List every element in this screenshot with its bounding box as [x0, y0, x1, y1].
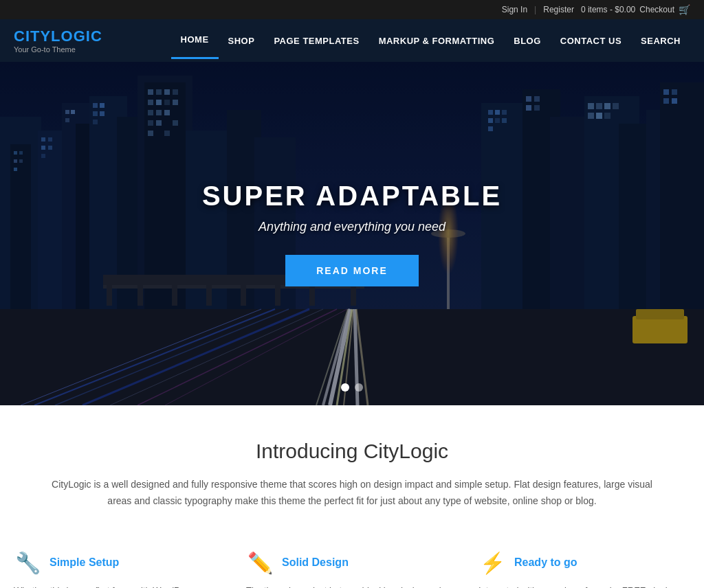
hero-section: SUPER ADAPTABLE Anything and everything … [0, 62, 704, 405]
logo-subtitle: Your Go-to Theme [14, 45, 102, 54]
header: CITYLOGIC Your Go-to Theme HOME SHOP PAG… [0, 19, 704, 62]
top-bar: Sign In | Register 0 items - $0.00 Check… [0, 0, 704, 19]
feature-header-1: 🔧 Simple Setup [14, 551, 226, 575]
nav-contact[interactable]: CONTACT US [551, 23, 631, 58]
divider: | [534, 5, 536, 14]
feature-title-1: Simple Setup [50, 556, 119, 569]
nav-page-templates[interactable]: PAGE TEMPLATES [264, 23, 368, 58]
cart-amount: 0 items - $0.00 [581, 5, 635, 14]
intro-body: CityLogic is a well designed and fully r… [43, 477, 661, 510]
hero-subtitle: Anything and everything you need [111, 220, 593, 234]
feature-header-2: ✏️ Solid Design [246, 551, 458, 575]
pencil-icon: ✏️ [246, 551, 274, 575]
bolt-icon: ⚡ [478, 551, 506, 575]
nav-shop[interactable]: SHOP [219, 23, 265, 58]
logo-title[interactable]: CITYLOGIC [14, 27, 102, 45]
sign-in-link[interactable]: Sign In [502, 5, 527, 14]
hero-dots [341, 383, 363, 392]
nav-home[interactable]: HOME [171, 22, 219, 59]
nav-blog[interactable]: BLOG [504, 23, 551, 58]
feature-header-3: ⚡ Ready to go [478, 551, 690, 575]
cart-info: 0 items - $0.00 Checkout 🛒 [581, 4, 690, 15]
feature-body-2: The theme's modest but good-looking desi… [246, 583, 458, 588]
intro-section: Introducing CityLogic CityLogic is a wel… [0, 405, 704, 530]
feature-body-1: Whether this is your first foray with Wo… [14, 583, 226, 588]
slide-dot-2[interactable] [355, 383, 363, 392]
feature-simple-setup: 🔧 Simple Setup Whether this is your firs… [14, 551, 226, 588]
wrench-icon: 🔧 [14, 551, 41, 575]
checkout-link[interactable]: Checkout [639, 5, 674, 14]
feature-title-2: Solid Design [282, 556, 349, 569]
nav-search[interactable]: SEARCH [631, 23, 690, 58]
hero-content: SUPER ADAPTABLE Anything and everything … [111, 181, 593, 286]
feature-solid-design: ✏️ Solid Design The theme's modest but g… [246, 551, 458, 588]
nav-markup[interactable]: MARKUP & FORMATTING [369, 23, 505, 58]
hero-title: SUPER ADAPTABLE [111, 181, 593, 212]
cart-icon: 🛒 [679, 4, 690, 15]
slide-dot-1[interactable] [341, 383, 349, 392]
logo-area: CITYLOGIC Your Go-to Theme [14, 19, 102, 62]
feature-body-3: Integrated with a number of popular FREE… [478, 583, 690, 588]
main-nav: HOME SHOP PAGE TEMPLATES MARKUP & FORMAT… [171, 22, 690, 59]
feature-ready-to-go: ⚡ Ready to go Integrated with a number o… [478, 551, 690, 588]
feature-title-3: Ready to go [514, 556, 578, 569]
register-link[interactable]: Register [543, 5, 574, 14]
intro-heading: Introducing CityLogic [14, 440, 690, 463]
read-more-button[interactable]: READ MORE [285, 255, 419, 286]
features-section: 🔧 Simple Setup Whether this is your firs… [0, 530, 704, 588]
